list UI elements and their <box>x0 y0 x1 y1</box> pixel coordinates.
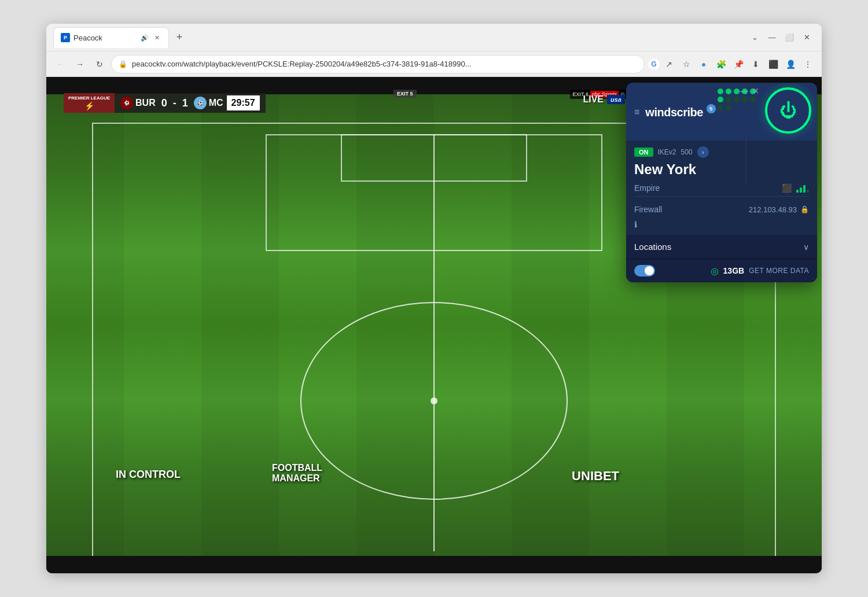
toolbar-icons: G ↗ ☆ ● 🧩 📌 ⬇ ⬛ 👤 ⋮ <box>648 56 816 72</box>
live-text: LIVE <box>583 94 604 105</box>
svg-rect-4 <box>512 77 589 573</box>
url-bar[interactable]: 🔒 peacocktv.com/watch/playback/event/PCK… <box>111 55 645 73</box>
exit5-sign: EXIT 5 <box>393 90 417 98</box>
ws-dot-dim <box>734 97 740 102</box>
ws-protocol: IKEv2 <box>658 148 676 156</box>
score-box: ⚽ BUR 0 - 1 ⚽ MC 29:57 <box>115 93 266 113</box>
ws-dot <box>718 97 723 102</box>
ws-signal-bar-2 <box>800 187 802 193</box>
ws-status-section: ON IKEv2 500 › New York Empire ⬛ <box>626 141 817 199</box>
profile-icon[interactable]: 👤 <box>782 56 799 72</box>
tab-favicon: P <box>61 33 70 42</box>
ws-arrow-button[interactable]: › <box>697 146 709 158</box>
ws-firewall-right: 212.103.48.93 🔒 <box>749 205 809 214</box>
tab-title: Peacock <box>73 34 137 42</box>
home-team-badge: ⚽ <box>120 97 133 109</box>
usa-logo: usa <box>607 95 625 104</box>
split-screen-icon[interactable]: ⬛ <box>765 56 781 72</box>
ws-logo: windscribe 5 <box>645 106 715 119</box>
ws-app-name: windscribe <box>645 106 703 119</box>
new-tab-button[interactable]: + <box>171 30 187 46</box>
pin-icon[interactable]: 📌 <box>730 56 746 72</box>
share-icon[interactable]: ↗ <box>661 56 677 72</box>
close-button[interactable]: ✕ <box>799 30 815 46</box>
windscribe-popup: ≡ windscribe 5 <box>626 83 817 282</box>
ws-dot <box>734 89 740 94</box>
home-team: ⚽ BUR <box>120 97 156 109</box>
ws-header-right: — ✕ <box>740 86 759 95</box>
ws-minimize-button[interactable]: — <box>740 87 748 95</box>
league-label: PREMIER LEAGUE <box>68 95 110 101</box>
ws-ip-lock-icon: 🔒 <box>800 205 809 213</box>
ws-info-row: ℹ <box>626 220 817 235</box>
ws-signal-bar-3 <box>803 185 806 193</box>
lock-icon: 🔒 <box>119 60 127 68</box>
ws-data-area: ◎ 13GB GET MORE DATA <box>711 266 809 277</box>
ws-info-icon[interactable]: ℹ <box>634 220 637 229</box>
refresh-button[interactable]: ↻ <box>91 56 108 72</box>
score-overlay: PREMIER LEAGUE ⚡ ⚽ BUR 0 - 1 ⚽ MC 29:57 <box>64 93 266 113</box>
ws-firewall-label: Firewall <box>634 205 662 214</box>
back-button[interactable]: ← <box>52 56 68 72</box>
tab-list-button[interactable]: ⌄ <box>746 30 763 46</box>
video-content: PREMIER LEAGUE ⚡ ⚽ BUR 0 - 1 ⚽ MC 29:57 … <box>46 77 822 573</box>
forward-button[interactable]: → <box>72 56 88 72</box>
ws-header-left: ≡ windscribe 5 <box>634 106 716 119</box>
ws-menu-icon[interactable]: ≡ <box>634 107 639 117</box>
live-badge: LIVE usa <box>583 94 625 105</box>
ws-dot-dim <box>726 97 731 102</box>
bookmark-icon[interactable]: ☆ <box>678 56 694 72</box>
league-badge: PREMIER LEAGUE ⚡ <box>64 93 115 113</box>
ws-bottom-bar: ◎ 13GB GET MORE DATA <box>626 259 817 282</box>
svg-rect-2 <box>201 77 279 573</box>
ws-toggle[interactable] <box>634 265 655 277</box>
ws-signal-bar-4 <box>807 190 809 193</box>
unibet-ad: UNIBET <box>572 469 619 484</box>
ws-stealth-icon: ⬛ <box>782 183 792 193</box>
home-score: 0 <box>159 97 170 109</box>
ws-dot <box>726 89 731 94</box>
minimize-button[interactable]: — <box>764 30 780 46</box>
window-controls: ⌄ — ⬜ ✕ <box>746 30 815 46</box>
ws-power-section: ⏻ <box>765 87 811 134</box>
ws-locations-row[interactable]: Locations ∨ <box>626 235 817 259</box>
address-bar: ← → ↻ 🔒 peacocktv.com/watch/playback/eve… <box>46 51 822 77</box>
browser-tab[interactable]: P Peacock 🔊 ✕ <box>53 27 169 48</box>
ws-server-row: Empire ⬛ <box>634 180 809 197</box>
in-control-ad: IN CONTROL <box>116 469 181 481</box>
ws-ip-address: 212.103.48.93 <box>749 205 797 214</box>
ws-vertical-divider <box>746 138 746 185</box>
ws-signal-bar-1 <box>796 190 799 193</box>
svg-rect-1 <box>46 77 124 573</box>
match-timer: 29:57 <box>227 95 260 110</box>
ws-dot <box>718 89 723 94</box>
download-icon[interactable]: ⬇ <box>748 56 764 72</box>
ws-locations-label: Locations <box>634 242 671 252</box>
ws-firewall-row: Firewall 212.103.48.93 🔒 <box>626 199 817 220</box>
away-team-badge: ⚽ <box>194 97 207 109</box>
ws-location-section: New York Empire ⬛ <box>634 161 809 197</box>
ws-signal-icon <box>796 183 809 193</box>
extensions-icon[interactable]: 🧩 <box>713 56 729 72</box>
ws-data-amount: 13GB <box>723 266 745 275</box>
ws-location-name: New York <box>634 161 809 178</box>
ws-toggle-knob <box>645 266 654 275</box>
ws-status-row: ON IKEv2 500 › <box>634 146 809 158</box>
url-text: peacocktv.com/watch/playback/event/PCKSL… <box>132 60 637 68</box>
profile-circle-icon[interactable]: ● <box>696 56 712 72</box>
ws-close-button[interactable]: ✕ <box>752 86 759 95</box>
title-bar: P Peacock 🔊 ✕ + ⌄ — ⬜ ✕ <box>46 24 822 51</box>
tab-bar: P Peacock 🔊 ✕ + <box>53 27 742 48</box>
ws-data-circle-icon: ◎ <box>711 266 719 277</box>
ws-server-name: Empire <box>634 183 660 193</box>
bottom-black-bar <box>46 556 822 573</box>
tab-close-button[interactable]: ✕ <box>152 33 161 42</box>
ws-dot-dim <box>742 97 748 102</box>
ws-get-more-data-button[interactable]: GET MORE DATA <box>749 267 809 275</box>
away-score: 1 <box>180 97 190 109</box>
menu-icon[interactable]: ⋮ <box>800 56 816 72</box>
score-divider: - <box>173 97 176 109</box>
restore-button[interactable]: ⬜ <box>781 30 797 46</box>
ws-on-badge: ON <box>634 148 653 157</box>
ws-power-button[interactable]: ⏻ <box>765 87 811 134</box>
